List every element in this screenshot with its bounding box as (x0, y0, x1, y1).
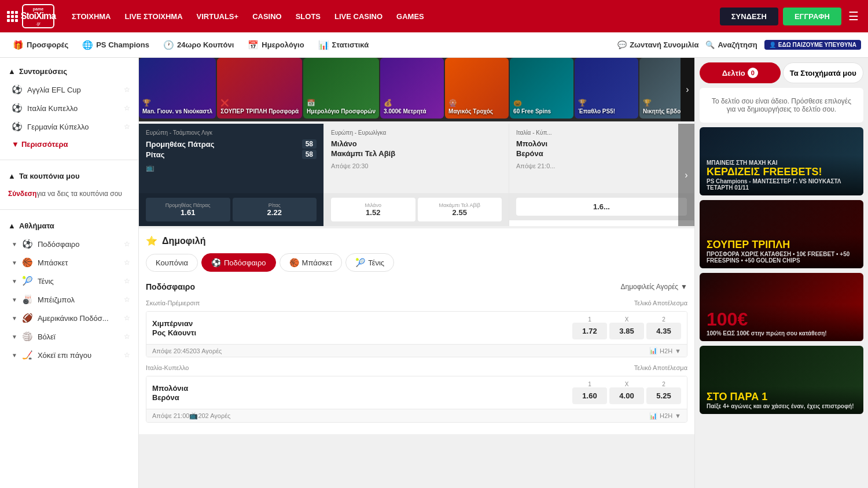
baseball-fav-icon: ☆ (124, 295, 130, 304)
nav-games[interactable]: GAMES (391, 9, 430, 24)
sidebar-item-germany-cup[interactable]: ⚽ Γερμανία Κύπελλο ☆ (0, 117, 138, 136)
sidebar-item-italy-cup[interactable]: ⚽ Ιταλία Κυπελλο ☆ (0, 99, 138, 117)
sec-nav-ps-champions[interactable]: 🌐 PS Champions (76, 38, 155, 53)
odds-row-1: 1 1.60 Χ 4.00 2 5.25 (572, 381, 681, 404)
hockey-fav-icon: ☆ (124, 351, 130, 359)
register-button[interactable]: ΕΓΓΡΑΦΗ (783, 8, 841, 25)
sidebar-item-ice-hockey[interactable]: ▼ 🏒 Χόκεϊ επι πάγου ☆ (0, 346, 138, 364)
banner-item-3[interactable]: 💰 3.000€ Μετρητά (380, 58, 444, 119)
bet-markets-0[interactable]: 203 Αγορές (189, 347, 222, 354)
sec-nav-24h-coupon[interactable]: 🕐 24ωρο Κουπόνι (157, 38, 240, 53)
responsible-gaming-badge[interactable]: 👤 ΕΔΩ ΠΑΙΖΟΥΜΕ ΥΠΕΥΘΥΝΑ (764, 40, 861, 50)
login-button[interactable]: ΣΥΝΔΕΣΗ (720, 8, 778, 25)
sidebar-item-football[interactable]: ▼ ⚽ Ποδόσφαιρο ☆ (0, 235, 138, 253)
chevron-down-icon-basketball: ▼ (12, 260, 17, 266)
odd-btn-1-2[interactable]: 5.25 (646, 387, 681, 404)
match-team-1-0: Μιλάνο (331, 139, 502, 148)
nav-virtuals[interactable]: VIRTUALS+ (191, 9, 245, 24)
login-link[interactable]: Σύνδεση (8, 190, 36, 198)
promo-banner-1[interactable]: ΣΟΥΠΕΡ ΤΡΙΠΛΗ ΠΡΟΣΦΟΡΑ ΧΩΡΙΣ ΚΑΤΑΘΕΣΗ • … (700, 200, 863, 268)
banner-item-6[interactable]: 🏆 Έπαθλο PS5! (575, 58, 638, 119)
hamburger-menu-button[interactable]: ☰ (846, 7, 861, 25)
logo[interactable]: pame StoiXima .gr (22, 4, 54, 28)
tab-football[interactable]: ⚽ Ποδόσφαιρο (201, 253, 276, 272)
banner-icon-4: 🎡 (448, 99, 505, 107)
banner-item-5[interactable]: 🎃 60 Free Spins (510, 58, 573, 119)
betslip-tab-my-bets[interactable]: Τα Στοιχήματά μου (783, 62, 864, 83)
sports-header[interactable]: ▲ Αθλήματα (0, 217, 138, 235)
sidebar-item-am-football[interactable]: ▼ 🏈 Αμερικάνικο Ποδόσ... ☆ (0, 309, 138, 327)
sidebar-item-baseball[interactable]: ▼ 🎳 Μπέιζμπολ ☆ (0, 290, 138, 309)
football-fav-icon: ☆ (124, 240, 130, 248)
banner-item-2[interactable]: 📅 Ημερολόγιο Προσφορών (303, 58, 379, 119)
match-footer-1: Μιλάνο 1.52 Μακάμπι Τελ Αβίβ 2.55 (324, 193, 509, 226)
grid-menu-icon[interactable] (7, 11, 17, 22)
shortcuts-more[interactable]: ▼ Περισσότερα (0, 136, 138, 153)
bet-stats-button-0[interactable]: 📊 H2H ▼ (649, 347, 681, 354)
match-odd-btn-1-1[interactable]: Μακάμπι Τελ Αβίβ 2.55 (418, 198, 502, 221)
banner-item-7[interactable]: 🏆 Νικητής Εβδομάδας (639, 58, 681, 119)
banner-label-4: Μαγικός Τροχός (448, 108, 505, 115)
chevron-down-icon-markets: ▼ (681, 283, 687, 291)
shortcuts-header[interactable]: ▲ Συντομεύσεις (0, 62, 138, 80)
match-card-0: Ευρώπη - Τσάμπιονς Λιγκ Προμηθέας Πάτρας… (139, 124, 324, 226)
promo-banner-2[interactable]: 100€ 100% ΕΩΣ 100€ στην πρώτη σου κατάθε… (700, 273, 863, 341)
nav-casino[interactable]: CASINO (247, 9, 288, 24)
sec-nav-calendar[interactable]: 📅 Ημερολόγιο (242, 38, 310, 53)
result-label-1: Τελικό Αποτέλεσμα (634, 362, 687, 374)
match-odd-btn-0-0[interactable]: Προμηθέας Πάτρας 1.61 (146, 198, 230, 221)
promo-banner-3[interactable]: ΣΤΟ ΠΑΡΑ 1 Παίξε 4+ αγώνες και αν χάσεις… (700, 346, 863, 414)
promo-banner-0[interactable]: ΜΠΑΙΝΕΙΣ ΣΤΗ ΜΑΧΗ ΚΑΙ ΚΕΡΔΙΖΕΙΣ FREEBETS… (700, 127, 863, 195)
odd-btn-0-2[interactable]: 4.35 (646, 323, 681, 339)
sidebar-item-england-efl[interactable]: ⚽ Αγγλία EFL Cup ☆ (0, 80, 138, 99)
bet-markets-1[interactable]: 202 Αγορές (198, 412, 230, 419)
search-button[interactable]: 🔍 Αναζήτηση (705, 40, 757, 49)
sec-nav-stats[interactable]: 📊 Στατιστικά (312, 38, 375, 53)
my-coupons-header[interactable]: ▲ Τα κουπόνια μου (0, 167, 138, 185)
bet-team-0-1: Ρος Κάουντι (152, 328, 572, 337)
banner-next-button[interactable]: › (681, 58, 694, 121)
tab-basketball[interactable]: 🏀 Μπάσκετ (279, 253, 343, 272)
odd-btn-0-1[interactable]: 3.85 (609, 323, 644, 339)
sec-nav-offers[interactable]: 🎁 Προσφορές (7, 38, 74, 53)
nav-stoixima[interactable]: ΣΤΟΙΧΗΜΑ (66, 9, 117, 24)
tab-tennis[interactable]: 🎾 Τένις (345, 253, 394, 272)
popular-markets-button[interactable]: Δημοφιλείς Αγορές ▼ (620, 283, 687, 291)
bet-time-0: Απόψε 20:45 (152, 347, 189, 354)
shortcuts-expand-icon: ▲ (8, 67, 16, 76)
banner-item-4[interactable]: 🎡 Μαγικός Τροχός (445, 58, 509, 119)
tennis-fav-icon: ☆ (124, 277, 130, 285)
live-chat-button[interactable]: 💬 Ζωντανή Συνομιλία (617, 40, 698, 49)
match-team-2-0: Μπολόνι (516, 139, 687, 148)
right-panel: Δελτίο 0 Τα Στοιχήματά μου Το δελτίο σου… (694, 58, 868, 488)
match-league-0: Ευρώπη - Τσάμπιονς Λιγκ (146, 130, 317, 136)
match-odd-btn-1-0[interactable]: Μιλάνο 1.52 (331, 198, 415, 221)
banner-label-3: 3.000€ Μετρητά (384, 108, 440, 115)
odds-row-0: 1 1.72 Χ 3.85 2 4.35 (572, 316, 681, 339)
banner-label-5: 60 Free Spins (513, 108, 570, 115)
tab-coupons[interactable]: Κουπόνια (146, 254, 198, 272)
chevron-down-icon-am-football: ▼ (12, 315, 17, 321)
nav-live-stoixima[interactable]: LIVE ΣΤΟΙΧΗΜΑ (119, 9, 189, 24)
odd-btn-0-0[interactable]: 1.72 (572, 323, 607, 339)
nav-live-casino[interactable]: LIVE CASINO (329, 9, 388, 24)
betting-table: Ποδόσφαιρο Δημοφιλείς Αγορές ▼ Σκωτία-Πρ… (146, 279, 687, 427)
banner-item-0[interactable]: 🏆 Man. Γιουν. vs Νιούκαστλ (139, 58, 216, 119)
odd-btn-1-1[interactable]: 4.00 (609, 387, 644, 404)
volleyball-sport-icon: 🏐 (22, 331, 33, 342)
sidebar-item-volleyball[interactable]: ▼ 🏐 Βόλεϊ ☆ (0, 327, 138, 346)
football-icon-3: ⚽ (12, 121, 23, 132)
bet-stats-button-1[interactable]: 📊 H2H ▼ (649, 412, 681, 420)
sidebar-item-tennis[interactable]: ▼ 🎾 Τένις ☆ (0, 272, 138, 290)
banner-item-1[interactable]: ❌ ΣΟΥΠΕΡ ΤΡΙΠΛΗ Προσφορά (217, 58, 302, 119)
match-odd-btn-2-0[interactable]: 1.6... (516, 198, 687, 216)
betslip-tab-delta[interactable]: Δελτίο 0 (700, 62, 781, 83)
odd-label-0-0: 1 (588, 316, 591, 323)
odd-btn-1-0[interactable]: 1.60 (572, 387, 607, 404)
league-section-0: Σκωτία-Πρέμιερσιπ Τελικό Αποτέλεσμα Χιμπ… (146, 295, 687, 357)
matches-next-button[interactable]: › (678, 124, 694, 226)
match-league-2: Ιταλία - Κύπ... (516, 130, 687, 136)
nav-slots[interactable]: SLOTS (290, 9, 326, 24)
match-odd-btn-0-1[interactable]: Ρίτας 2.22 (233, 198, 317, 221)
sidebar-item-basketball[interactable]: ▼ 🏀 Μπάσκετ ☆ (0, 253, 138, 272)
